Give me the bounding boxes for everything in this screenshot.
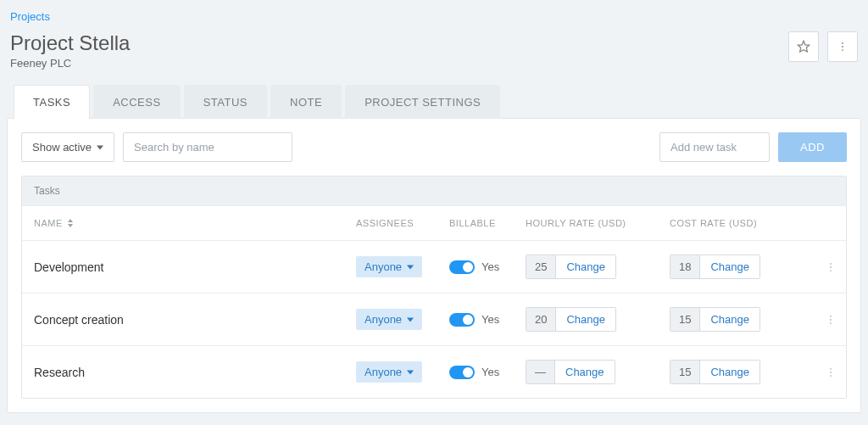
caret-down-icon bbox=[407, 316, 414, 323]
svg-point-16 bbox=[830, 367, 832, 369]
svg-point-17 bbox=[830, 372, 832, 373]
billable-toggle[interactable] bbox=[449, 260, 475, 274]
cost-rate-change[interactable]: Change bbox=[700, 308, 760, 331]
assignees-dropdown[interactable]: Anyone bbox=[356, 309, 422, 330]
assignees-dropdown[interactable]: Anyone bbox=[356, 361, 422, 383]
row-menu-button[interactable] bbox=[814, 366, 848, 378]
dots-vertical-icon bbox=[825, 314, 837, 326]
table-row: Concept creation Anyone Yes 20 Change bbox=[22, 293, 846, 345]
task-name: Research bbox=[34, 366, 356, 379]
svg-point-2 bbox=[842, 46, 843, 48]
cost-rate-value: 15 bbox=[670, 361, 700, 383]
billable-label: Yes bbox=[481, 313, 499, 326]
col-hourly-header: HOURLY RATE (USD) bbox=[526, 218, 670, 228]
col-name-header[interactable]: NAME bbox=[34, 218, 356, 228]
table-row: Research Anyone Yes — Change bbox=[22, 345, 846, 398]
add-task-button[interactable]: ADD bbox=[778, 132, 847, 162]
filter-active-dropdown[interactable]: Show active bbox=[21, 132, 114, 162]
tab-access[interactable]: ACCESS bbox=[93, 85, 180, 119]
col-billable-header: BILLABLE bbox=[449, 218, 526, 228]
svg-point-3 bbox=[842, 49, 843, 51]
cost-rate-change[interactable]: Change bbox=[700, 361, 760, 383]
project-client: Feeney PLC bbox=[10, 57, 130, 70]
svg-marker-6 bbox=[68, 224, 73, 227]
svg-point-9 bbox=[830, 266, 832, 268]
dots-vertical-icon bbox=[825, 366, 837, 378]
caret-down-icon bbox=[97, 144, 103, 151]
svg-marker-5 bbox=[68, 219, 73, 222]
hourly-rate-value: 20 bbox=[526, 308, 556, 331]
task-name: Development bbox=[34, 260, 356, 274]
billable-label: Yes bbox=[481, 260, 499, 273]
add-task-input[interactable] bbox=[659, 132, 770, 162]
task-name: Concept creation bbox=[34, 313, 356, 327]
tab-project-settings[interactable]: PROJECT SETTINGS bbox=[345, 85, 500, 119]
cost-rate-value: 15 bbox=[670, 308, 700, 331]
svg-point-13 bbox=[830, 319, 832, 321]
search-input[interactable] bbox=[123, 132, 292, 162]
svg-point-10 bbox=[830, 270, 832, 271]
hourly-rate-change[interactable]: Change bbox=[556, 308, 615, 331]
page-title: Project Stella bbox=[10, 31, 130, 55]
svg-point-14 bbox=[830, 322, 832, 324]
svg-marker-11 bbox=[407, 317, 414, 322]
row-menu-button[interactable] bbox=[814, 261, 848, 273]
favorite-button[interactable] bbox=[788, 31, 819, 62]
svg-point-12 bbox=[830, 315, 832, 316]
filter-label: Show active bbox=[32, 141, 92, 154]
col-assignees-header: ASSIGNEES bbox=[356, 218, 449, 228]
row-menu-button[interactable] bbox=[814, 314, 848, 326]
tab-status[interactable]: STATUS bbox=[184, 85, 267, 119]
more-actions-button[interactable] bbox=[827, 31, 858, 62]
assignees-dropdown[interactable]: Anyone bbox=[356, 256, 422, 277]
tab-note[interactable]: NOTE bbox=[270, 85, 342, 119]
svg-marker-0 bbox=[798, 41, 809, 52]
svg-point-8 bbox=[830, 262, 832, 264]
cost-rate-change[interactable]: Change bbox=[700, 255, 760, 278]
tab-tasks[interactable]: TASKS bbox=[14, 85, 90, 119]
billable-label: Yes bbox=[481, 366, 499, 378]
caret-down-icon bbox=[407, 369, 414, 376]
dots-vertical-icon bbox=[825, 261, 837, 273]
star-icon bbox=[797, 40, 810, 53]
svg-marker-4 bbox=[97, 145, 103, 149]
svg-point-18 bbox=[830, 375, 832, 377]
hourly-rate-value: 25 bbox=[526, 255, 556, 278]
billable-toggle[interactable] bbox=[449, 313, 475, 327]
billable-toggle[interactable] bbox=[449, 366, 475, 379]
hourly-rate-change[interactable]: Change bbox=[555, 361, 615, 383]
hourly-rate-value: — bbox=[526, 361, 555, 383]
table-row: Development Anyone Yes 25 Change bbox=[22, 240, 846, 293]
cost-rate-value: 18 bbox=[670, 255, 700, 278]
svg-marker-15 bbox=[407, 370, 414, 374]
svg-marker-7 bbox=[407, 265, 414, 269]
sort-icon bbox=[67, 219, 74, 227]
dots-vertical-icon bbox=[837, 41, 849, 53]
hourly-rate-change[interactable]: Change bbox=[556, 255, 615, 278]
caret-down-icon bbox=[407, 264, 414, 271]
breadcrumb-projects[interactable]: Projects bbox=[7, 7, 861, 31]
table-caption: Tasks bbox=[22, 176, 846, 205]
svg-point-1 bbox=[842, 42, 843, 44]
col-cost-header: COST RATE (USD) bbox=[670, 218, 814, 228]
